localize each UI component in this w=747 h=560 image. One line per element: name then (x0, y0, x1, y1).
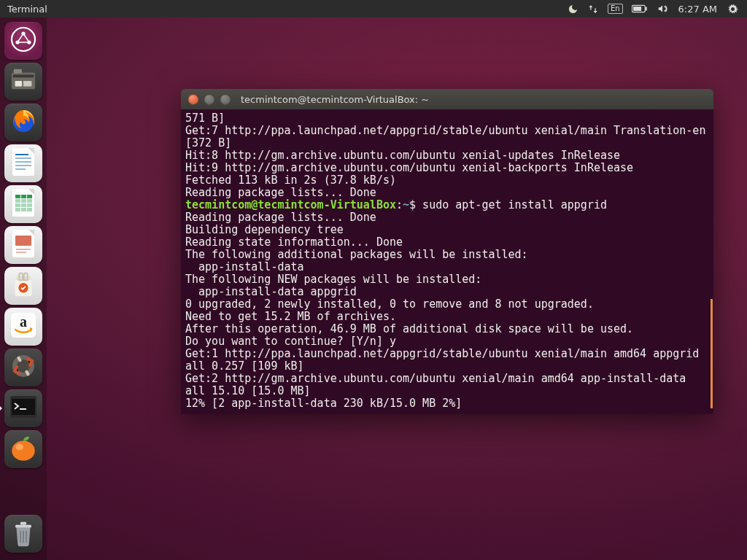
svg-rect-17 (15, 165, 31, 166)
terminal-output-line: 571 B] (185, 112, 709, 125)
dash-icon (9, 25, 38, 57)
terminal-output-line: The following NEW packages will be insta… (185, 273, 709, 286)
svg-rect-23 (15, 199, 20, 203)
launcher-item-calc[interactable] (4, 185, 42, 223)
network-icon[interactable] (583, 0, 603, 18)
svg-rect-8 (13, 74, 34, 77)
svg-rect-33 (15, 236, 31, 246)
terminal-output-line: Get:2 http://gm.archive.ubuntu.com/ubunt… (185, 373, 709, 397)
svg-rect-34 (16, 249, 31, 250)
top-panel: Terminal En 6:27 AM (0, 0, 747, 18)
svg-rect-28 (27, 203, 32, 207)
svg-rect-27 (21, 203, 26, 207)
terminal-output-line: The following additional packages will b… (185, 249, 709, 261)
terminal-output-line: Hit:8 http://gm.archive.ubuntu.com/ubunt… (185, 149, 709, 162)
svg-point-46 (12, 441, 35, 461)
sound-icon[interactable] (652, 0, 673, 18)
svg-rect-2 (633, 7, 641, 11)
amazon-icon: a (9, 311, 38, 343)
command-text: sudo apt-get install appgrid (422, 198, 607, 211)
window-close-button[interactable] (188, 94, 198, 104)
writer-icon (9, 147, 37, 180)
terminal-scroll-indicator (711, 299, 713, 408)
svg-rect-31 (27, 208, 32, 211)
svg-rect-16 (15, 161, 31, 163)
svg-rect-1 (645, 7, 646, 10)
svg-rect-18 (15, 168, 26, 170)
terminal-output-line: After this operation, 46.9 MB of additio… (185, 323, 709, 335)
svg-rect-26 (15, 203, 20, 207)
firefox-icon (9, 106, 38, 139)
svg-point-3 (12, 28, 35, 51)
impress-icon (9, 228, 37, 262)
launcher-item-software[interactable] (4, 267, 42, 305)
prompt-path: ~ (403, 198, 409, 211)
svg-rect-21 (21, 195, 26, 198)
software-icon (9, 271, 37, 301)
launcher-item-writer[interactable] (4, 144, 42, 182)
svg-rect-45 (20, 408, 26, 410)
terminal-icon (9, 394, 38, 422)
terminal-body[interactable]: 571 B]Get:7 http://ppa.launchpad.net/app… (181, 109, 713, 414)
svg-rect-44 (12, 399, 35, 415)
window-maximize-button[interactable] (220, 94, 231, 104)
svg-rect-24 (21, 199, 26, 203)
input-method-indicator[interactable]: En (603, 0, 627, 18)
svg-rect-20 (15, 195, 20, 198)
launcher-item-firefox[interactable] (4, 104, 42, 141)
terminal-output-line: app-install-data (185, 261, 709, 273)
svg-text:a: a (20, 314, 27, 330)
terminal-output-line: 0 upgraded, 2 newly installed, 0 to remo… (185, 298, 709, 311)
terminal-output-line: Reading state information... Done (185, 236, 709, 249)
terminal-output-line: Reading package lists... Done (185, 211, 709, 224)
svg-rect-35 (16, 252, 26, 253)
launcher-item-files[interactable] (4, 63, 42, 101)
terminal-output-line: 12% [2 app-install-data 230 kB/15.0 MB 2… (185, 397, 709, 410)
terminal-output-line: Fetched 113 kB in 2s (37.8 kB/s) (185, 174, 709, 187)
svg-rect-9 (14, 69, 22, 74)
svg-rect-49 (20, 522, 26, 525)
svg-rect-14 (15, 154, 28, 155)
terminal-output-line: Do you want to continue? [Y/n] y (185, 335, 709, 348)
launcher-item-dash[interactable] (4, 22, 42, 60)
svg-rect-29 (15, 208, 20, 211)
terminal-output-line: Get:1 http://ppa.launchpad.net/appgrid/s… (185, 348, 709, 373)
svg-rect-22 (27, 195, 32, 198)
prompt-user: tecmintcom@tecmintcom-VirtualBox (185, 198, 396, 211)
terminal-output-line: Building dependency tree (185, 224, 709, 236)
launcher: a (0, 18, 47, 560)
terminal-output-line: Get:7 http://ppa.launchpad.net/appgrid/s… (185, 125, 709, 149)
svg-point-40 (17, 359, 30, 373)
terminal-output-line: Need to get 15.2 MB of archives. (185, 311, 709, 323)
night-icon[interactable] (563, 0, 583, 18)
svg-rect-48 (15, 525, 31, 528)
svg-rect-11 (23, 81, 31, 87)
files-icon (9, 68, 37, 96)
terminal-output-line: app-install-data appgrid (185, 286, 709, 298)
window-minimize-button[interactable] (204, 94, 214, 104)
window-title: tecmintcom@tecmintcom-VirtualBox: ~ (241, 94, 429, 105)
svg-rect-10 (15, 81, 23, 87)
active-app-name: Terminal (7, 4, 47, 15)
clementine-icon (8, 432, 39, 466)
terminal-output-line: Reading package lists... Done (185, 187, 709, 199)
launcher-item-clementine[interactable] (4, 430, 42, 468)
terminal-window: tecmintcom@tecmintcom-VirtualBox: ~ 571 … (181, 89, 713, 414)
terminal-output-line: Hit:9 http://gm.archive.ubuntu.com/ubunt… (185, 162, 709, 174)
battery-icon[interactable] (627, 0, 652, 18)
svg-point-47 (16, 444, 24, 450)
svg-rect-30 (21, 208, 26, 211)
svg-rect-15 (15, 158, 31, 159)
calc-icon (9, 187, 37, 221)
settings-icon (9, 351, 38, 384)
svg-rect-25 (27, 199, 32, 203)
launcher-trash[interactable] (4, 515, 42, 553)
launcher-item-terminal[interactable] (4, 389, 42, 427)
gear-icon[interactable] (723, 0, 743, 18)
launcher-item-settings[interactable] (4, 349, 42, 386)
window-titlebar[interactable]: tecmintcom@tecmintcom-VirtualBox: ~ (181, 89, 713, 109)
launcher-item-amazon[interactable]: a (4, 308, 42, 346)
launcher-item-impress[interactable] (4, 226, 42, 264)
clock[interactable]: 6:27 AM (673, 0, 723, 18)
